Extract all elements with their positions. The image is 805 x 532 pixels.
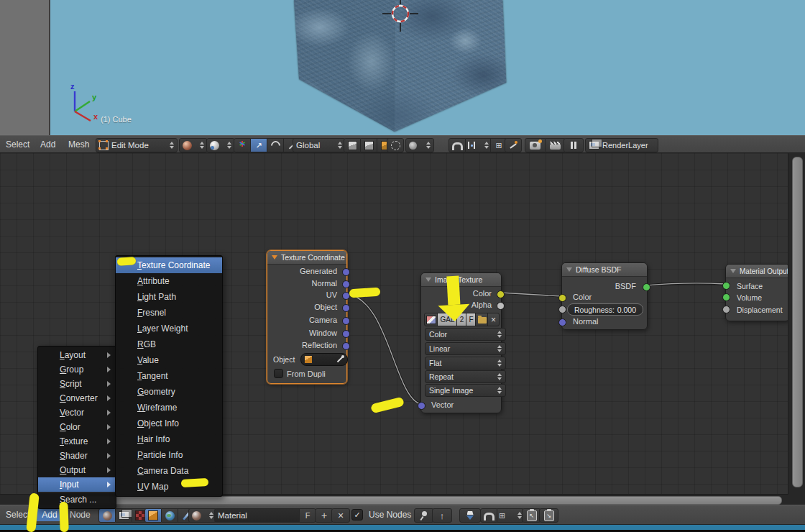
paste-nodes-button[interactable]: ↘ — [539, 508, 558, 523]
socket-window-out[interactable] — [342, 330, 350, 338]
snap-magnet-button[interactable] — [448, 138, 466, 152]
opengl-render-image-button[interactable] — [525, 138, 546, 152]
submenu-item-object-info[interactable]: Object Info — [116, 416, 222, 431]
socket-camera-out[interactable] — [342, 317, 350, 325]
use-nodes-checkbox[interactable]: ✓ — [351, 509, 363, 520]
automerge-button[interactable] — [505, 138, 522, 152]
render-layer-dropdown[interactable]: RenderLayer — [585, 138, 658, 152]
socket-displacement-in[interactable] — [722, 306, 730, 313]
socket-surface-in[interactable] — [722, 282, 730, 290]
submenu-item-value[interactable]: Value — [116, 352, 222, 368]
material-browse-dropdown[interactable] — [188, 508, 217, 523]
menu-item-layout[interactable]: Layout — [38, 348, 116, 362]
socket-volume-in[interactable] — [722, 293, 730, 301]
3d-viewport[interactable]: z y x (1) Cube — [0, 0, 805, 135]
fake-user-button[interactable]: F — [299, 508, 316, 523]
node-diffuse-bsdf[interactable]: Diffuse BSDF BSDF Color Roughness: 0.000… — [561, 262, 648, 330]
submenu-item-layer-weight[interactable]: Layer Weight — [116, 321, 222, 336]
menu-item-search[interactable]: Search ... — [38, 492, 116, 507]
edge-select-button[interactable] — [361, 138, 377, 152]
submenu-item-wireframe[interactable]: Wireframe — [116, 400, 222, 416]
socket-object-out[interactable] — [342, 304, 350, 312]
menu-item-color[interactable]: Color — [38, 420, 116, 434]
snap-surface-button[interactable] — [459, 508, 481, 523]
vertical-scrollbar[interactable] — [788, 153, 805, 495]
node-material-output[interactable]: Material Output Surface Volume Displacem… — [725, 264, 790, 321]
material-name-field[interactable]: Material — [214, 508, 300, 523]
node-header[interactable]: Texture Coordinate — [267, 251, 346, 265]
submenu-item-geometry[interactable]: Geometry — [116, 384, 222, 400]
collapse-triangle-icon[interactable] — [426, 278, 431, 282]
vertex-select-button[interactable] — [344, 138, 361, 152]
menu-item-shader[interactable]: Shader — [38, 449, 116, 463]
socket-color-out[interactable] — [497, 290, 505, 298]
socket-bsdf-out[interactable] — [643, 283, 650, 291]
object-picker-field[interactable] — [300, 353, 348, 366]
socket-color-in[interactable] — [558, 294, 566, 302]
menu-item-converter[interactable]: Converter — [38, 391, 116, 405]
submenu-item-tangent[interactable]: Tangent — [116, 368, 222, 384]
eyedropper-icon[interactable] — [336, 355, 344, 364]
pivot-point-dropdown[interactable] — [206, 138, 235, 152]
snap-element-dropdown[interactable]: ⊞ — [497, 508, 524, 523]
object-shader-button[interactable] — [144, 508, 162, 523]
submenu-item-fresnel[interactable]: Fresnel — [116, 305, 222, 321]
node-texture-coordinate[interactable]: Texture Coordinate Generated Normal UV O… — [267, 250, 347, 384]
submenu-item-attribute[interactable]: Attribute — [116, 273, 222, 289]
socket-normal-out[interactable] — [342, 280, 350, 288]
extension-dropdown[interactable]: Repeat — [425, 370, 506, 383]
socket-vector-in[interactable] — [418, 402, 426, 410]
collapse-triangle-icon[interactable] — [566, 267, 572, 272]
viewport-shading-dropdown[interactable] — [179, 138, 208, 152]
projection-dropdown[interactable]: Flat — [425, 357, 506, 370]
opengl-render-anim-button[interactable] — [546, 138, 566, 152]
submenu-item-light-path[interactable]: Light Path — [116, 289, 222, 305]
interpolation-dropdown[interactable]: Linear — [425, 342, 506, 355]
translate-manipulator-button[interactable]: ↗ — [251, 138, 267, 152]
collapse-triangle-icon[interactable] — [730, 269, 736, 273]
socket-reflection-out[interactable] — [342, 342, 350, 350]
pause-button[interactable] — [564, 138, 584, 152]
shader-tree-button[interactable] — [98, 508, 116, 523]
manipulator-axes-button[interactable] — [234, 138, 251, 152]
menu-item-output[interactable]: Output — [38, 463, 116, 477]
world-shader-button[interactable] — [162, 508, 178, 523]
parent-tree-button[interactable]: ↑ — [432, 508, 452, 523]
socket-roughness-in[interactable] — [558, 306, 566, 313]
source-dropdown[interactable]: Single Image — [425, 384, 506, 397]
node-header[interactable]: Diffuse BSDF — [562, 263, 647, 277]
menu-item-input[interactable]: Input — [38, 477, 116, 492]
copy-nodes-button[interactable]: ↖ — [522, 508, 541, 523]
submenu-item-particle-info[interactable]: Particle Info — [116, 447, 222, 463]
menu-item-texture[interactable]: Texture — [38, 434, 116, 449]
socket-normal-in[interactable] — [558, 318, 566, 326]
snap-element-dropdown[interactable] — [466, 138, 491, 152]
view-menu-select[interactable]: Select — [3, 136, 32, 153]
snap-magnet-button[interactable] — [480, 508, 497, 523]
unlink-image-button[interactable]: × — [487, 313, 500, 326]
menu-item-script[interactable]: Script — [38, 377, 116, 391]
cube-object[interactable] — [286, 0, 510, 135]
pin-button[interactable] — [414, 508, 434, 523]
view-menu-mesh[interactable]: Mesh — [65, 136, 92, 153]
socket-generated-out[interactable] — [342, 268, 350, 276]
vertical-scroll-thumb[interactable] — [792, 157, 803, 487]
socket-alpha-out[interactable] — [497, 302, 505, 310]
menu-item-vector[interactable]: Vector — [38, 405, 116, 420]
menu-item-group[interactable]: Group — [38, 362, 116, 377]
view-menu-add[interactable]: Add — [37, 136, 58, 153]
roughness-slider[interactable]: Roughness: 0.000 — [567, 303, 643, 316]
transform-orientation-dropdown[interactable]: Global — [293, 138, 346, 152]
horizontal-scroll-thumb[interactable] — [72, 496, 782, 505]
node-header[interactable]: Material Output — [726, 265, 789, 278]
unlink-material-button[interactable]: × — [331, 508, 350, 523]
from-dupli-checkbox[interactable] — [274, 369, 283, 378]
submenu-item-hair-info[interactable]: Hair Info — [116, 431, 222, 447]
image-browse-button[interactable] — [424, 313, 438, 326]
compositing-tree-button[interactable] — [116, 508, 132, 523]
mode-dropdown[interactable]: Edit Mode — [96, 138, 178, 152]
proportional-edit-dropdown[interactable] — [405, 138, 434, 152]
rotate-manipulator-button[interactable] — [267, 138, 284, 152]
submenu-item-camera-data[interactable]: Camera Data — [116, 463, 222, 479]
collapse-triangle-icon[interactable] — [272, 255, 277, 260]
